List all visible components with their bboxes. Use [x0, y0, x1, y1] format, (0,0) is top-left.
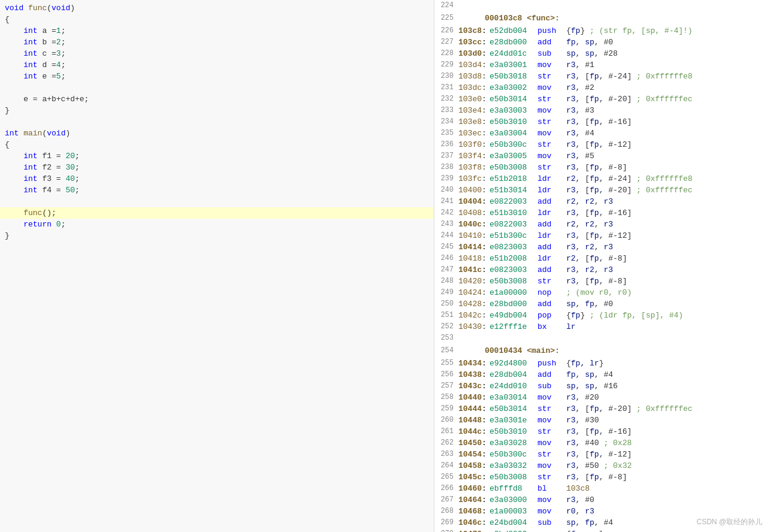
disasm-line: 232 103e0: e50b3014 str r3, [fp, #-20] ;… — [434, 93, 767, 105]
disasm-mnemonic: add — [537, 196, 566, 207]
disasm-mnemonic: mov — [537, 506, 566, 517]
disasm-hex: e3a0301e — [490, 415, 537, 426]
disasm-mnemonic: add — [537, 264, 566, 276]
disasm-line: 249 10424: e1a00000 nop ; (mov r0, r0) — [434, 287, 767, 298]
disasm-hex: e3a03002 — [490, 82, 537, 93]
disasm-line: 236 103f0: e50b300c str r3, [fp, #-12] — [434, 139, 767, 150]
disasm-line: 252 10430: e12fff1e bx lr — [434, 321, 767, 332]
disasm-hex: e12fff1e — [490, 321, 537, 332]
code-line — [0, 82, 434, 93]
disasm-mnemonic: add — [537, 37, 566, 48]
disasm-addr: 103d0: — [458, 48, 490, 59]
disasm-mnemonic: str — [537, 426, 566, 437]
disasm-hex: e50b3014 — [490, 93, 537, 105]
disasm-hex: e3a03005 — [490, 150, 537, 162]
disasm-section-header: 225000103c8 <func>: — [434, 11, 767, 25]
disasm-mnemonic: mov — [537, 128, 566, 139]
line-number: 245 — [437, 241, 458, 253]
code-line: int b =2; — [0, 37, 434, 48]
disasm-mnemonic: str — [537, 71, 566, 82]
disasm-line: 228 103d0: e24dd01c sub sp, sp, #28 — [434, 48, 767, 59]
disasm-line: 251 1042c: e49db004 pop {fp} ; (ldr fp, … — [434, 310, 767, 321]
disasm-addr: 10414: — [458, 241, 490, 253]
source-code: void func(void){ int a =1; int b =2; int… — [0, 0, 434, 244]
code-line — [0, 196, 434, 207]
disasm-line: 229 103d4: e3a03001 mov r3, #1 — [434, 59, 767, 71]
disasm-hex: e50b300c — [490, 139, 537, 150]
disasm-addr: 1044c: — [458, 426, 490, 437]
line-number: 263 — [437, 449, 458, 460]
disasm-mnemonic: mov — [537, 415, 566, 426]
disasm-hex: e50b3010 — [490, 426, 537, 437]
disasm-addr: 10470: — [458, 528, 490, 532]
disasm-addr: 10450: — [458, 437, 490, 449]
disasm-hex: e28db000 — [490, 37, 537, 48]
disasm-hex: e50b3008 — [490, 276, 537, 287]
disasm-mnemonic: pop — [537, 310, 566, 321]
disasm-mnemonic: mov — [537, 460, 566, 471]
disasm-line: 234 103e8: e50b3010 str r3, [fp, #-16] — [434, 116, 767, 128]
disasm-line: 239 103fc: e51b2018 ldr r2, [fp, #-24] ;… — [434, 173, 767, 185]
disasm-line: 240 10400: e51b3014 ldr r3, [fp, #-20] ;… — [434, 185, 767, 196]
disasm-line: 250 10428: e28bd000 add sp, fp, #0 — [434, 298, 767, 310]
disasm-addr: 10424: — [458, 287, 490, 298]
line-number: 230 — [437, 71, 458, 82]
line-number: 239 — [437, 173, 458, 185]
code-line: int e =5; — [0, 71, 434, 82]
disasm-addr: 103f8: — [458, 162, 490, 173]
disasm-hex: e28db004 — [490, 369, 537, 380]
disasm-addr: 103f0: — [458, 139, 490, 150]
disasm-addr: 1040c: — [458, 219, 490, 230]
disasm-hex: e24bd004 — [490, 517, 537, 528]
disasm-mnemonic: ldr — [537, 173, 566, 185]
disasm-line: 257 1043c: e24dd010 sub sp, sp, #16 — [434, 380, 767, 392]
line-number: 270 — [437, 528, 458, 532]
disasm-line: 260 10448: e3a0301e mov r3, #30 — [434, 415, 767, 426]
disasm-mnemonic: str — [537, 403, 566, 415]
code-line — [0, 116, 434, 128]
disasm-addr: 1046c: — [458, 517, 490, 528]
disasm-addr: 10434: — [458, 358, 490, 369]
disasm-line: 268 10468: e1a00003 mov r0, r3 — [434, 506, 767, 517]
disasm-addr: 10468: — [458, 506, 490, 517]
disasm-mnemonic: add — [537, 241, 566, 253]
disasm-addr: 10420: — [458, 276, 490, 287]
disasm-addr: 103ec: — [458, 128, 490, 139]
disasm-line: 238 103f8: e50b3008 str r3, [fp, #-8] — [434, 162, 767, 173]
disasm-addr: 103e8: — [458, 116, 490, 128]
disasm-addr: 10418: — [458, 253, 490, 264]
disasm-line: 233 103e4: e3a03003 mov r3, #3 — [434, 105, 767, 116]
line-number: 264 — [437, 460, 458, 471]
disasm-addr: 103fc: — [458, 173, 490, 185]
disassembly: 224225000103c8 <func>: 226 103c8: e52db0… — [434, 0, 767, 532]
disasm-line: 265 1045c: e50b3008 str r3, [fp, #-8] — [434, 471, 767, 483]
disasm-addr: 103cc: — [458, 37, 490, 48]
disasm-hex: e0822003 — [490, 196, 537, 207]
disasm-addr: 1045c: — [458, 471, 490, 483]
disasm-addr: 10410: — [458, 230, 490, 241]
disasm-line: 264 10458: e3a03032 mov r3, #50 ; 0x32 — [434, 460, 767, 471]
disasm-addr: 1041c: — [458, 264, 490, 276]
code-line: int f4 = 50; — [0, 185, 434, 196]
disasm-mnemonic: add — [537, 219, 566, 230]
disasm-hex: e1a00003 — [490, 506, 537, 517]
disasm-mnemonic: mov — [537, 150, 566, 162]
code-line: } — [0, 230, 434, 241]
line-number: 244 — [437, 230, 458, 241]
disasm-hex: e52db004 — [490, 25, 537, 37]
disasm-mnemonic: str — [537, 276, 566, 287]
line-number: 237 — [437, 150, 458, 162]
line-number: 265 — [437, 471, 458, 483]
disasm-mnemonic: add — [537, 298, 566, 310]
line-number: 232 — [437, 93, 458, 105]
disasm-section-header: 25400010434 <main>: — [434, 344, 767, 358]
line-number: 268 — [437, 506, 458, 517]
disasm-line: 242 10408: e51b3010 ldr r3, [fp, #-16] — [434, 207, 767, 219]
disasm-hex: e50b3008 — [490, 471, 537, 483]
disasm-mnemonic: pop — [537, 528, 566, 532]
line-number: 234 — [437, 116, 458, 128]
code-line: int f1 = 20; — [0, 150, 434, 162]
line-number: 250 — [437, 298, 458, 310]
disasm-mnemonic: bx — [537, 321, 566, 332]
disasm-hex: e51b3014 — [490, 185, 537, 196]
